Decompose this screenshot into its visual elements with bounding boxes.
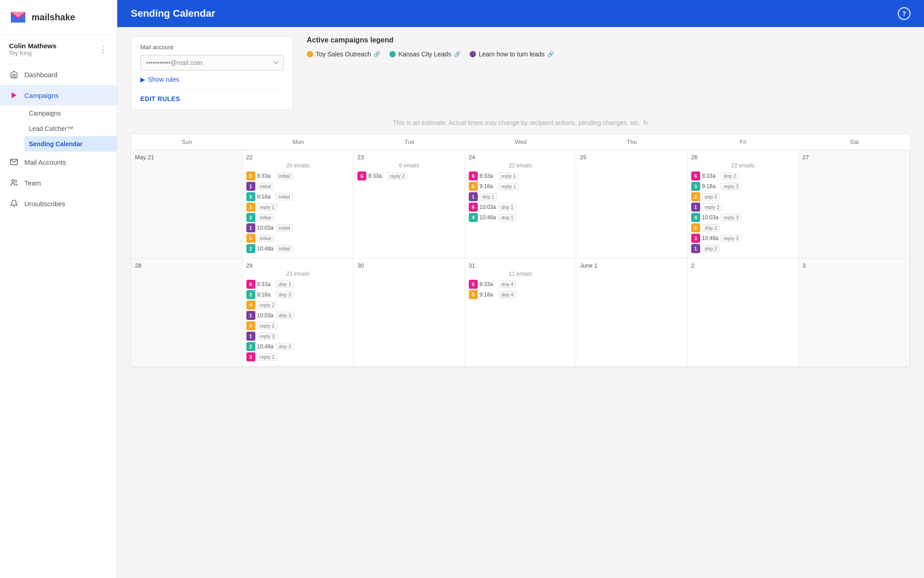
email-entry: 410:48adrip 1 — [469, 213, 573, 222]
link-icon-kansas[interactable]: 🔗 — [454, 51, 461, 57]
cal-cell-may-21: May 21 — [131, 150, 243, 259]
campaign-badge: 6 — [357, 171, 366, 180]
day-header-tue: Tue — [354, 134, 465, 150]
legend-dot-learn — [470, 51, 476, 57]
cal-date-label: 22 — [246, 154, 350, 161]
campaign-badge: 4 — [246, 301, 255, 310]
entry-time: 9:18a — [257, 194, 274, 200]
sidebar-item-campaigns[interactable]: Campaigns — [0, 85, 117, 106]
entry-time: 8:33a — [257, 173, 274, 179]
help-button[interactable]: ? — [898, 7, 910, 20]
legend-title: Active campaigns legend — [307, 36, 910, 44]
cal-date-label: 28 — [135, 262, 239, 269]
sub-nav-campaigns[interactable]: Campaigns — [24, 106, 117, 121]
email-entry: 4reply 2 — [246, 301, 350, 310]
email-entry: 210:48adrip 3 — [246, 342, 350, 351]
entry-tag: initial — [276, 245, 293, 252]
campaign-badge: 4 — [246, 321, 255, 330]
sidebar-item-team[interactable]: Team — [0, 172, 117, 193]
entry-tag: initial — [257, 235, 274, 242]
user-org: Toy King — [9, 50, 56, 56]
sub-nav-lead-catcher[interactable]: Lead Catcher™ — [24, 121, 117, 136]
campaign-badge: 1 — [469, 192, 478, 201]
email-entry: 68:33areply 1 — [469, 171, 573, 180]
mail-account-select[interactable]: •••••••••••@mail.com — [140, 55, 284, 70]
user-name: Colin Mathews — [9, 42, 56, 50]
campaign-badge: 1 — [246, 332, 255, 341]
campaign-badge: 6 — [469, 203, 478, 212]
email-entry: 39:18areply 3 — [691, 182, 795, 191]
show-rules-arrow-icon: ▶ — [140, 76, 145, 83]
email-entry: 1initial — [246, 182, 350, 191]
campaigns-icon — [9, 91, 19, 99]
entry-time: 10:48a — [257, 343, 274, 350]
email-entry: 1reply 3 — [246, 332, 350, 341]
email-entry: 610:03adrip 1 — [469, 203, 573, 212]
entry-tag: reply 2 — [702, 203, 722, 211]
entry-tag: drip 1 — [480, 193, 498, 200]
edit-rules-button[interactable]: EDIT RULES — [140, 89, 284, 102]
entry-tag: reply 3 — [721, 183, 741, 190]
entry-time: 8:33a — [702, 173, 719, 179]
email-entry: 1drip 2 — [691, 244, 795, 253]
email-entry: 310:48areply 3 — [691, 234, 795, 243]
email-entry: 2drip 2 — [691, 192, 795, 201]
mail-accounts-label: Mail Accounts — [24, 158, 66, 166]
campaign-badge: 1 — [246, 182, 255, 191]
show-rules-toggle[interactable]: ▶ Show rules — [140, 76, 284, 83]
cal-cell-28: 28 — [131, 259, 243, 367]
entry-tag: initial — [276, 193, 293, 200]
sub-nav-sending-calendar[interactable]: Sending Calendar — [24, 136, 117, 152]
entry-tag: reply 2 — [257, 301, 277, 309]
email-entry: 68:33areply 2 — [357, 171, 461, 180]
entry-tag: reply 3 — [721, 214, 741, 221]
campaign-badge: 2 — [246, 342, 255, 351]
page-title: Sending Calendar — [131, 8, 215, 19]
cal-cell-26: 2622 emails68:33adrip 239:18areply 32dri… — [688, 150, 799, 259]
email-entry: 58:33ainitial — [246, 171, 350, 180]
calendar: Sun Mon Tue Wed Thu Fri Sat May 212224 e… — [131, 134, 910, 367]
link-icon-toy-sales[interactable]: 🔗 — [374, 51, 380, 57]
email-entry: 2drip 2 — [691, 223, 795, 232]
sidebar-item-dashboard[interactable]: Dashboard — [0, 64, 117, 85]
home-icon — [9, 70, 19, 79]
campaign-badge: 5 — [246, 171, 255, 180]
sidebar-item-mail-accounts[interactable]: Mail Accounts — [0, 152, 117, 172]
sidebar-item-unsubscribes[interactable]: Unsubscribes — [0, 193, 117, 214]
legend-items: Toy Sales Outreach 🔗 Kansas City Leads 🔗… — [307, 51, 910, 58]
entry-tag: reply 3 — [257, 333, 277, 340]
campaign-badge: 6 — [469, 171, 478, 180]
calendar-day-headers: Sun Mon Tue Wed Thu Fri Sat — [131, 134, 910, 150]
link-icon-learn[interactable]: 🔗 — [547, 51, 554, 57]
day-header-wed: Wed — [465, 134, 577, 150]
entry-tag: drip 3 — [276, 291, 294, 298]
refresh-icon[interactable]: ↻ — [643, 119, 648, 126]
people-icon — [9, 179, 19, 187]
campaign-badge: 6 — [246, 280, 255, 289]
legend-dot-kansas — [389, 51, 396, 57]
campaign-badge: 2 — [691, 223, 700, 232]
cal-date-label: 24 — [469, 154, 573, 161]
cal-date-label: June 1 — [580, 262, 684, 269]
entry-time: 9:18a — [480, 291, 497, 298]
entry-tag: reply 2 — [257, 322, 277, 329]
entry-tag: initial — [257, 183, 274, 190]
mail-icon — [9, 158, 19, 166]
entry-tag: drip 2 — [721, 172, 739, 180]
estimate-text: This is an estimate. Actual times may ch… — [393, 119, 641, 126]
dashboard-label: Dashboard — [24, 71, 57, 79]
campaign-badge: 4 — [469, 213, 478, 222]
campaign-badge: 2 — [246, 213, 255, 222]
user-menu-button[interactable]: ⋮ — [99, 44, 108, 55]
entry-tag: drip 2 — [702, 193, 720, 200]
email-entry: 1reply 2 — [691, 203, 795, 212]
entry-tag: drip 3 — [276, 281, 294, 288]
legend-box: Active campaigns legend Toy Sales Outrea… — [307, 36, 910, 110]
cal-date-label: 3 — [802, 262, 906, 269]
day-header-sun: Sun — [131, 134, 243, 150]
entry-time: 8:33a — [257, 281, 274, 287]
logo-area: mailshake — [0, 0, 117, 35]
mail-account-label: Mail account — [140, 44, 284, 51]
entry-tag: drip 1 — [499, 203, 517, 211]
campaign-badge: 5 — [246, 234, 255, 243]
